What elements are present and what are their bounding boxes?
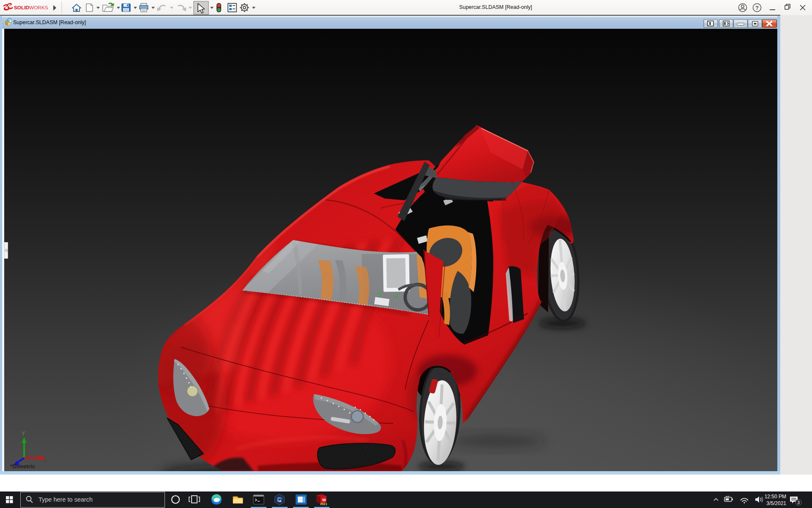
svg-text:12:50 PM: 12:50 PM xyxy=(765,494,786,500)
svg-text:2021: 2021 xyxy=(320,502,327,506)
svg-text:x: x xyxy=(44,458,47,463)
svg-text:3/5/2021: 3/5/2021 xyxy=(766,500,786,506)
svg-text:W: W xyxy=(322,498,326,502)
svg-text:3: 3 xyxy=(797,500,800,505)
svg-text:SOLIDWORKS: SOLIDWORKS xyxy=(14,5,48,11)
svg-text:?: ? xyxy=(755,5,759,11)
svg-text:Y: Y xyxy=(22,431,25,436)
